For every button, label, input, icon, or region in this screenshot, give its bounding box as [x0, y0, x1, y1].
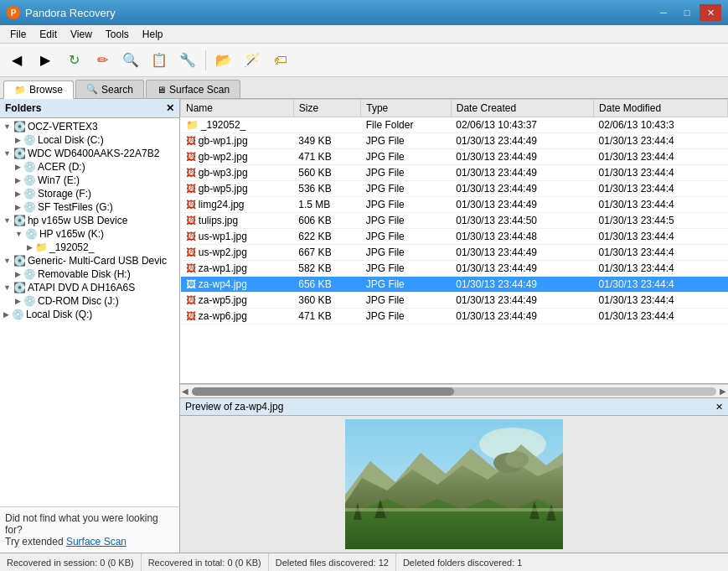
tree-expand-icon: ▶ — [15, 136, 21, 144]
menu-tools[interactable]: Tools — [99, 27, 136, 42]
minimize-button[interactable]: ─ — [653, 4, 674, 21]
tree-item-label: ACER (D:) — [38, 161, 85, 173]
table-row[interactable]: 🖼 limg24.jpg 1.5 MB JPG File 01/30/13 23… — [181, 197, 728, 213]
tree-item-removable-h[interactable]: ▶💿Removable Disk (H:) — [2, 267, 178, 281]
tree-item-sf-testfiles-g[interactable]: ▶💿SF TestFiles (G:) — [2, 200, 178, 214]
horizontal-scrollbar[interactable]: ◀ ▶ — [180, 384, 728, 397]
file-name: limg24.jpg — [199, 199, 245, 210]
tab-surface-scan-label: Surface Scan — [169, 84, 230, 96]
tree-item-icon: 💿 — [23, 188, 36, 200]
sidebar-close-icon[interactable]: ✕ — [166, 102, 174, 114]
sidebar-footer-prefix: Try extended — [5, 536, 66, 548]
table-row[interactable]: 🖼 gb-wp2.jpg 471 KB JPG File 01/30/13 23… — [181, 149, 728, 165]
tree-item-label: Storage (F:) — [38, 188, 91, 200]
menu-file[interactable]: File — [3, 27, 33, 42]
tree-expand-icon: ▶ — [15, 176, 21, 184]
preview-close-icon[interactable]: ✕ — [715, 402, 723, 413]
refresh-button[interactable]: ↻ — [60, 47, 87, 74]
tree-item-local-q[interactable]: ▶💿Local Disk (Q:) — [2, 308, 178, 321]
table-row[interactable]: 🖼 za-wp1.jpg 582 KB JPG File 01/30/13 23… — [181, 261, 728, 277]
close-button[interactable]: ✕ — [700, 4, 721, 21]
maximize-button[interactable]: □ — [676, 4, 698, 21]
browse-button[interactable]: 📂 — [210, 47, 237, 74]
menu-view[interactable]: View — [64, 27, 99, 42]
file-name-cell: 🖼 gb-wp5.jpg — [181, 181, 294, 197]
tree-item-icon: 💽 — [13, 148, 26, 159]
file-name-cell: 📁 _192052_ — [181, 117, 294, 133]
table-row[interactable]: 📁 _192052_ File Folder 02/06/13 10:43:37… — [181, 117, 728, 133]
surface-scan-tab-icon: 🖥 — [157, 85, 166, 95]
file-icon: 🖼 — [186, 262, 196, 274]
col-size[interactable]: Size — [293, 100, 360, 117]
col-date-created[interactable]: Date Created — [451, 100, 593, 117]
tree-item-icon: 💿 — [23, 201, 36, 213]
table-row[interactable]: 🖼 za-wp5.jpg 360 KB JPG File 01/30/13 23… — [181, 293, 728, 309]
tree-item-acer-d[interactable]: ▶💿ACER (D:) — [2, 160, 178, 174]
table-row[interactable]: 🖼 us-wp1.jpg 622 KB JPG File 01/30/13 23… — [181, 229, 728, 245]
col-type[interactable]: Type — [361, 100, 452, 117]
tab-browse[interactable]: 📁 Browse — [3, 80, 74, 99]
file-size-cell: 349 KB — [293, 133, 360, 149]
table-row[interactable]: 🖼 za-wp4.jpg 656 KB JPG File 01/30/13 23… — [181, 277, 728, 293]
file-type-cell: JPG File — [361, 229, 452, 245]
recover-button[interactable]: 🪄 — [239, 47, 266, 74]
tree-item-wdc[interactable]: ▼💽WDC WD6400AAKS-22A7B2 — [2, 147, 178, 160]
surface-scan-link[interactable]: Surface Scan — [66, 536, 126, 548]
tree-item-cdrom-j[interactable]: ▶💿CD-ROM Disc (J:) — [2, 294, 178, 308]
tree-item-label: Removable Disk (H:) — [38, 268, 131, 280]
file-type-cell: JPG File — [361, 197, 452, 213]
preview-title: Preview of za-wp4.jpg — [185, 401, 283, 413]
label-button[interactable]: 🏷 — [267, 47, 294, 74]
sidebar-footer-line1: Did not find what you were looking for? — [5, 512, 174, 536]
table-row[interactable]: 🖼 za-wp6.jpg 471 KB JPG File 01/30/13 23… — [181, 309, 728, 324]
col-name[interactable]: Name — [181, 100, 294, 117]
file-icon: 🖼 — [186, 278, 196, 290]
tree-item-generic-usb[interactable]: ▼💽Generic- Multi-Card USB Devic — [2, 254, 178, 267]
tree-item-hp-k[interactable]: ▼💿HP v165w (K:) — [2, 227, 178, 241]
tree-item-hp-usb[interactable]: ▼💽hp v165w USB Device — [2, 214, 178, 227]
tree-item-local-c[interactable]: ▶💿Local Disk (C:) — [2, 133, 178, 147]
tree-item-win7-e[interactable]: ▶💿Win7 (E:) — [2, 174, 178, 187]
file-date-modified-cell: 01/30/13 23:44:4 — [594, 165, 728, 181]
file-date-created-cell: 02/06/13 10:43:37 — [451, 117, 593, 133]
file-list[interactable]: Name Size Type Date Created Date Modifie… — [180, 99, 728, 384]
search-toolbar-button[interactable]: 🔍 — [117, 47, 144, 74]
tree-item-atapi-dvd[interactable]: ▼💽ATAPI DVD A DH16A6S — [2, 281, 178, 294]
tree-item-icon: 💿 — [23, 161, 36, 173]
tab-search[interactable]: 🔍 Search — [75, 80, 144, 98]
file-name: tulips.jpg — [199, 215, 238, 226]
file-size-cell: 667 KB — [293, 245, 360, 261]
table-row[interactable]: 🖼 tulips.jpg 606 KB JPG File 01/30/13 23… — [181, 213, 728, 229]
clipboard-button[interactable]: 📋 — [146, 47, 173, 74]
edit-button[interactable]: ✏ — [89, 47, 116, 74]
tree-item-192052[interactable]: ▶📁_192052_ — [2, 241, 178, 254]
table-row[interactable]: 🖼 gb-wp5.jpg 536 KB JPG File 01/30/13 23… — [181, 181, 728, 197]
file-name: gb-wp5.jpg — [199, 183, 248, 195]
tree-item-icon: 💽 — [13, 255, 26, 267]
file-date-created-cell: 01/30/13 23:44:49 — [451, 181, 593, 197]
menu-help[interactable]: Help — [136, 27, 170, 42]
file-date-created-cell: 01/30/13 23:44:49 — [451, 309, 593, 324]
folder-tree: ▼💽OCZ-VERTEX3▶💿Local Disk (C:)▼💽WDC WD64… — [0, 118, 179, 506]
file-date-created-cell: 01/30/13 23:44:50 — [451, 213, 593, 229]
tree-item-storage-f[interactable]: ▶💿Storage (F:) — [2, 187, 178, 200]
wand-button[interactable]: 🔧 — [174, 47, 201, 74]
menu-edit[interactable]: Edit — [33, 27, 64, 42]
file-name: za-wp1.jpg — [199, 262, 247, 274]
table-row[interactable]: 🖼 us-wp2.jpg 667 KB JPG File 01/30/13 23… — [181, 245, 728, 261]
tree-expand-icon: ▶ — [15, 189, 21, 198]
tree-item-ocz[interactable]: ▼💽OCZ-VERTEX3 — [2, 120, 178, 133]
file-name-cell: 🖼 us-wp1.jpg — [181, 229, 294, 245]
file-date-modified-cell: 01/30/13 23:44:5 — [594, 213, 728, 229]
back-button[interactable]: ◀ — [3, 47, 30, 74]
forward-button[interactable]: ▶ — [32, 47, 59, 74]
table-row[interactable]: 🖼 gb-wp1.jpg 349 KB JPG File 01/30/13 23… — [181, 133, 728, 149]
tree-item-icon: 💿 — [23, 134, 36, 146]
tree-expand-icon: ▶ — [15, 297, 21, 305]
sidebar-footer: Did not find what you were looking for? … — [0, 506, 179, 553]
col-date-modified[interactable]: Date Modified — [594, 100, 728, 117]
table-row[interactable]: 🖼 gb-wp3.jpg 560 KB JPG File 01/30/13 23… — [181, 165, 728, 181]
file-date-created-cell: 01/30/13 23:44:49 — [451, 165, 593, 181]
file-name-cell: 🖼 us-wp2.jpg — [181, 245, 294, 261]
tab-surface-scan[interactable]: 🖥 Surface Scan — [146, 80, 240, 98]
